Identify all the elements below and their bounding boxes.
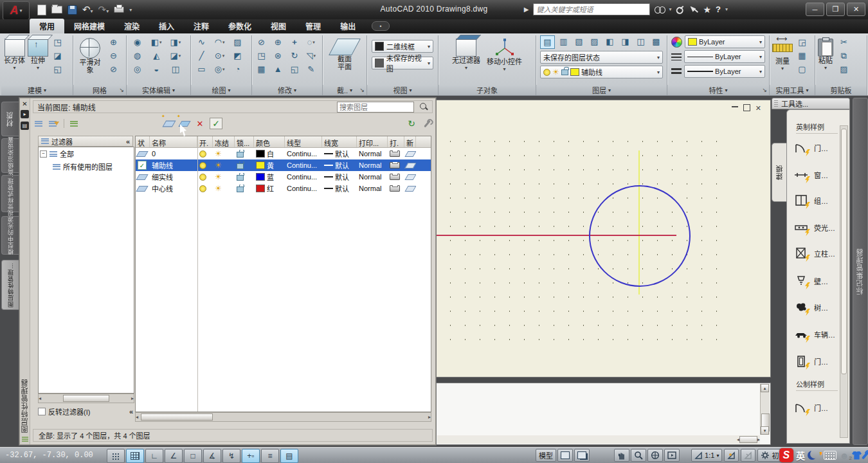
rectangle-icon[interactable]: ▭ xyxy=(195,63,208,75)
lock-icon[interactable] xyxy=(237,175,244,181)
section-plane-button[interactable]: 截面 平面 xyxy=(333,33,356,71)
box-button[interactable]: 长方体▾ xyxy=(4,35,25,75)
ime-softkeyboard-icon[interactable] xyxy=(824,451,836,460)
lineweight-icon[interactable] xyxy=(671,68,682,75)
ribbon-minimize-button[interactable]: ▪ xyxy=(372,21,390,31)
search-binoculars-icon[interactable] xyxy=(655,6,664,13)
line-icon[interactable]: ╱ xyxy=(195,50,208,62)
markup-set-manager-bar[interactable]: 标记集管理器 xyxy=(853,98,868,445)
tab-view[interactable]: 视图 xyxy=(261,19,296,33)
trim-icon[interactable]: ✎ xyxy=(304,63,318,75)
layer-properties-icon[interactable]: ▤ xyxy=(540,35,555,49)
presspull-icon[interactable]: ◳ xyxy=(51,36,64,48)
subtract-icon[interactable]: ◍ xyxy=(131,50,144,62)
measure-button[interactable]: 测量▾ xyxy=(772,35,793,75)
scroll-right-icon[interactable]: ▸ xyxy=(757,437,760,442)
scroll-left-icon[interactable]: ◂ xyxy=(39,395,41,401)
color-swatch[interactable] xyxy=(256,150,265,158)
on-lightbulb-icon[interactable] xyxy=(199,150,206,158)
hatch-icon[interactable]: ▨ xyxy=(231,36,244,48)
panel-footer-clipboard[interactable]: 剪贴板 xyxy=(815,85,867,95)
scroll-right-icon[interactable]: ▸ xyxy=(131,395,134,401)
paste-button[interactable]: 粘贴▾ xyxy=(818,35,833,75)
table-hscrollbar[interactable]: ◂ ▸ xyxy=(135,412,431,422)
zoom-button[interactable] xyxy=(631,449,646,462)
annotation-scale-button[interactable]: 1:1 ▾ xyxy=(691,449,722,462)
linetype-dropdown[interactable]: ByLayer▾ xyxy=(684,50,765,63)
favorites-star-icon[interactable]: ★ xyxy=(703,5,711,15)
scroll-left-icon[interactable]: ◂ xyxy=(136,414,138,420)
on-lightbulb-icon[interactable] xyxy=(199,185,206,192)
tab-output[interactable]: 输出 xyxy=(330,19,365,33)
close-drawing-icon[interactable]: ✕ xyxy=(755,104,761,113)
smooth-more-icon[interactable]: ⊕ xyxy=(107,36,120,48)
layer-dropdown[interactable]: ☀ 辅助线▾ xyxy=(540,66,663,78)
col-freeze[interactable]: 冻结 xyxy=(213,136,235,147)
mirror-icon[interactable]: ▲ xyxy=(271,63,285,75)
rotate-icon[interactable]: ↻ xyxy=(288,50,302,62)
ime-english-mode[interactable]: 英 xyxy=(796,449,805,462)
layer-states-manager-icon[interactable] xyxy=(68,118,80,129)
tab-materials[interactable]: 材质 xyxy=(1,102,19,136)
layer-row-3[interactable]: 中心线 ☀ 红 Continu... 默认 Normal xyxy=(136,183,431,194)
ime-punctuation-icon[interactable]: ’’ xyxy=(819,450,821,460)
command-hscrollbar[interactable]: ◂ ▸ xyxy=(437,435,760,444)
tool-item-wall-light[interactable]: 壁… xyxy=(793,274,828,288)
quick-properties-toggle[interactable]: ▤ xyxy=(280,449,298,463)
quick-view-drawings-button[interactable] xyxy=(574,449,590,462)
tab-annotate[interactable]: 注释 xyxy=(184,19,219,33)
annotation-visibility-button[interactable] xyxy=(724,449,739,462)
panel-footer-modify[interactable]: 修改▾ xyxy=(252,85,322,95)
vp-freeze-icon[interactable] xyxy=(404,186,416,192)
tool-item-door-elev[interactable]: 门… xyxy=(793,354,828,368)
polyline-icon[interactable]: ∿ xyxy=(195,36,208,48)
tool-item-vehicle[interactable]: 车辆… xyxy=(793,327,835,341)
new-group-filter-icon[interactable] xyxy=(48,118,60,129)
panel-footer-section[interactable]: 截..▾↘ xyxy=(323,85,366,95)
scroll-thumb[interactable] xyxy=(141,413,213,421)
separate-icon[interactable]: ◫ xyxy=(168,63,182,75)
model-button[interactable]: 模型 xyxy=(536,449,556,462)
copy-icon[interactable]: ◌▾ xyxy=(304,36,318,48)
tool-item-window[interactable]: 窗… xyxy=(793,168,828,182)
ellipse-icon[interactable]: ◎▾ xyxy=(213,63,226,75)
panel-footer-draw[interactable]: 绘图▾ xyxy=(191,85,251,95)
help-dropdown-icon[interactable]: ▾ xyxy=(725,6,728,12)
tree-item-all-used[interactable]: 所有使用的图层 xyxy=(39,160,134,173)
collapse-bottom-icon[interactable]: « xyxy=(129,408,133,415)
panel-footer-solid-editing[interactable]: 实体编辑▾ xyxy=(127,85,190,95)
vp-freeze-icon[interactable] xyxy=(404,174,416,180)
quick-view-layouts-button[interactable] xyxy=(557,449,573,462)
infocenter-search-input[interactable] xyxy=(533,3,650,15)
tab-insert[interactable]: 插入 xyxy=(149,19,184,33)
steering-wheel-button[interactable] xyxy=(647,449,663,462)
otrack-toggle[interactable]: ∡ xyxy=(203,449,221,463)
layer-row-0[interactable]: 0 ☀ 白 Continu... 默认 Normal xyxy=(136,148,431,159)
freeze-sun-icon[interactable]: ☀ xyxy=(215,172,222,181)
palette-autohide-icon[interactable]: ▸ xyxy=(21,110,29,118)
color-swatch[interactable] xyxy=(256,173,265,181)
drawn-circle[interactable] xyxy=(589,185,691,287)
copy-clip-icon[interactable]: ⧉ xyxy=(837,50,851,62)
col-lineweight[interactable]: 线宽 xyxy=(322,136,357,147)
col-vpfreeze[interactable]: 新 xyxy=(404,136,416,147)
restore-button[interactable]: ❒ xyxy=(826,3,845,16)
ime-fullhalf-moon-icon[interactable] xyxy=(808,451,817,460)
plot-printer-icon[interactable] xyxy=(390,150,400,157)
tab-render[interactable]: 渲染 xyxy=(114,19,149,33)
panel-footer-subobject[interactable]: 子对象 xyxy=(439,85,536,95)
tool-item-fluorescent[interactable]: 荧光… xyxy=(793,221,835,235)
layer-unlock-icon[interactable]: ◨ xyxy=(619,35,632,48)
cut-scissors-icon[interactable]: ✂ xyxy=(837,36,851,48)
vp-freeze-icon[interactable] xyxy=(404,151,416,157)
col-on[interactable]: 开. xyxy=(197,136,213,147)
layer-search-input[interactable] xyxy=(337,102,414,113)
col-color[interactable]: 颜色 xyxy=(254,136,285,147)
tool-item-tree[interactable]: 树… xyxy=(793,300,828,314)
tool-item-door-metric[interactable]: 门… xyxy=(793,401,828,415)
smooth-object-button[interactable]: 平滑对象 xyxy=(76,35,104,75)
smooth-less-icon[interactable]: ⊖ xyxy=(107,50,120,62)
communication-center-icon[interactable] xyxy=(689,6,698,14)
refresh-icon[interactable]: ↻ xyxy=(406,118,417,129)
tab-advanced-render-settings[interactable]: 高级渲染设置 xyxy=(1,138,19,173)
